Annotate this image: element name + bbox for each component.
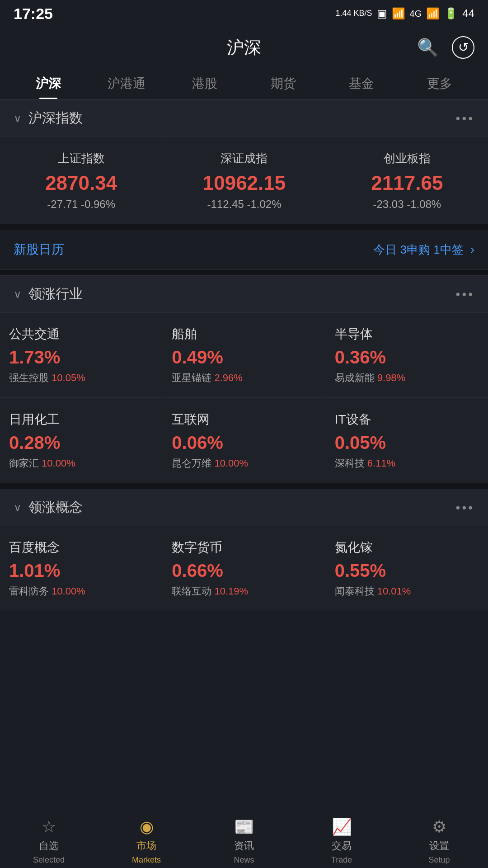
signal-icon: 📶 — [392, 7, 405, 20]
nav-news-sub: News — [234, 855, 254, 865]
header-title: 沪深 — [227, 36, 261, 59]
tab-jijin[interactable]: 基金 — [322, 68, 400, 99]
nav-trade-label: 交易 — [332, 839, 352, 853]
bottom-spacer — [0, 611, 488, 665]
industry-pct-0: 1.73% — [9, 347, 153, 368]
concept-name-0: 百度概念 — [9, 539, 153, 556]
industry-name-2: 半导体 — [335, 326, 479, 343]
industry-sub-2: 易成新能 9.98% — [335, 371, 479, 385]
industry-card-3[interactable]: 日用化工 0.28% 御家汇 10.00% — [0, 398, 162, 483]
industry-name-4: 互联网 — [172, 411, 315, 428]
concept-chevron-icon: ∨ — [14, 501, 22, 514]
concept-pct-1: 0.66% — [172, 561, 315, 581]
index-name-0: 上证指数 — [11, 151, 151, 166]
concept-grid: 百度概念 1.01% 雷科防务 10.00% 数字货币 0.66% 联络互动 1… — [0, 526, 488, 611]
index-card-2[interactable]: 创业板指 2117.65 -23.03 -1.08% — [326, 137, 488, 224]
concept-section-label: 领涨概念 — [28, 498, 83, 517]
concept-card-1[interactable]: 数字货币 0.66% 联络互动 10.19% — [163, 526, 325, 611]
index-card-1[interactable]: 深证成指 10962.15 -112.45 -1.02% — [163, 137, 325, 224]
index-card-0[interactable]: 上证指数 2870.34 -27.71 -0.96% — [0, 137, 162, 224]
ipo-arrow-icon: › — [470, 242, 474, 257]
signal2-icon: 📶 — [426, 7, 440, 20]
industry-chevron-icon: ∨ — [14, 288, 22, 301]
industry-name-1: 船舶 — [172, 326, 315, 343]
ipo-detail: 今日 3申购 1中签 — [373, 242, 463, 258]
industry-card-0[interactable]: 公共交通 1.73% 强生控股 10.05% — [0, 313, 162, 398]
industry-sub-3: 御家汇 10.00% — [9, 457, 153, 470]
industry-name-0: 公共交通 — [9, 326, 153, 343]
concept-sub-0: 雷科防务 10.00% — [9, 585, 153, 598]
industry-pct-2: 0.36% — [335, 347, 479, 368]
industry-pct-1: 0.49% — [172, 347, 315, 368]
news-icon: 📰 — [234, 817, 254, 836]
industry-card-1[interactable]: 船舶 0.49% 亚星锚链 2.96% — [163, 313, 325, 398]
concept-section-title: ∨ 领涨概念 — [14, 498, 83, 517]
concept-sub-1: 联络互动 10.19% — [172, 585, 315, 598]
nav-setup[interactable]: ⚙ 设置 Setup — [390, 814, 488, 868]
4g-icon: 4G — [410, 9, 422, 19]
concept-more-icon[interactable]: ••• — [456, 500, 474, 515]
index-chevron-icon: ∨ — [14, 112, 22, 125]
nav-selected-label: 自选 — [39, 839, 59, 853]
industry-name-3: 日用化工 — [9, 411, 153, 428]
nav-trade-sub: Trade — [331, 855, 352, 865]
markets-icon: ◉ — [140, 817, 154, 836]
index-more-icon[interactable]: ••• — [456, 111, 474, 126]
header-actions: 🔍 ↺ — [417, 36, 474, 59]
index-change-1: -112.45 -1.02% — [174, 198, 314, 211]
status-icons: 1.44 KB/S ▣ 📶 4G 📶 🔋 44 — [336, 7, 474, 20]
nav-markets[interactable]: ◉ 市场 Markets — [98, 814, 195, 868]
industry-name-5: IT设备 — [335, 411, 479, 428]
search-icon[interactable]: 🔍 — [417, 38, 438, 57]
index-value-0: 2870.34 — [11, 172, 151, 194]
industry-section-label: 领涨行业 — [28, 285, 83, 303]
concept-pct-2: 0.55% — [335, 561, 479, 581]
industry-pct-5: 0.05% — [335, 433, 479, 453]
nav-selected-sub: Selected — [33, 855, 65, 865]
concept-name-1: 数字货币 — [172, 539, 315, 556]
status-bar: 17:25 1.44 KB/S ▣ 📶 4G 📶 🔋 44 — [0, 0, 488, 27]
selected-icon: ☆ — [42, 817, 56, 836]
index-name-2: 创业板指 — [338, 151, 477, 166]
nav-trade[interactable]: 📈 交易 Trade — [293, 814, 390, 868]
status-time: 17:25 — [14, 5, 53, 23]
industry-grid: 公共交通 1.73% 强生控股 10.05% 船舶 0.49% 亚星锚链 2.9… — [0, 313, 488, 483]
index-value-2: 2117.65 — [338, 172, 477, 194]
nav-setup-label: 设置 — [429, 839, 449, 853]
industry-card-2[interactable]: 半导体 0.36% 易成新能 9.98% — [326, 313, 488, 398]
index-section-header: ∨ 沪深指数 ••• — [0, 99, 488, 137]
ipo-banner[interactable]: 新股日历 今日 3申购 1中签 › — [0, 230, 488, 270]
industry-sub-1: 亚星锚链 2.96% — [172, 371, 315, 385]
nav-news[interactable]: 📰 资讯 News — [195, 814, 293, 868]
refresh-icon[interactable]: ↺ — [452, 36, 474, 59]
tab-more[interactable]: 更多 — [401, 68, 479, 99]
tab-ganggu[interactable]: 港股 — [166, 68, 244, 99]
index-section-title: ∨ 沪深指数 — [14, 109, 83, 127]
concept-name-2: 氮化镓 — [335, 539, 479, 556]
network-speed: 1.44 KB/S — [336, 9, 372, 19]
gap-1 — [0, 224, 488, 230]
industry-more-icon[interactable]: ••• — [456, 287, 474, 302]
index-grid: 上证指数 2870.34 -27.71 -0.96% 深证成指 10962.15… — [0, 137, 488, 224]
trade-icon: 📈 — [332, 817, 352, 836]
ipo-title: 新股日历 — [14, 241, 64, 258]
industry-card-4[interactable]: 互联网 0.06% 昆仑万维 10.00% — [163, 398, 325, 483]
concept-card-0[interactable]: 百度概念 1.01% 雷科防务 10.00% — [0, 526, 162, 611]
tab-hushen[interactable]: 沪深 — [9, 68, 87, 99]
industry-sub-0: 强生控股 10.05% — [9, 371, 153, 385]
industry-pct-4: 0.06% — [172, 433, 315, 453]
industry-sub-5: 深科技 6.11% — [335, 457, 479, 470]
setup-icon: ⚙ — [432, 817, 446, 836]
tab-qihuo[interactable]: 期货 — [244, 68, 322, 99]
battery-level: 44 — [462, 7, 474, 20]
nav-selected[interactable]: ☆ 自选 Selected — [0, 814, 98, 868]
gap-2 — [0, 270, 488, 275]
nav-markets-label: 市场 — [136, 839, 156, 853]
sim-icon: ▣ — [377, 7, 387, 20]
industry-card-5[interactable]: IT设备 0.05% 深科技 6.11% — [326, 398, 488, 483]
index-value-1: 10962.15 — [174, 172, 314, 194]
concept-section-header: ∨ 领涨概念 ••• — [0, 489, 488, 526]
tab-hugangtong[interactable]: 沪港通 — [87, 68, 165, 99]
concept-card-2[interactable]: 氮化镓 0.55% 闻泰科技 10.01% — [326, 526, 488, 611]
index-change-2: -23.03 -1.08% — [338, 198, 477, 211]
